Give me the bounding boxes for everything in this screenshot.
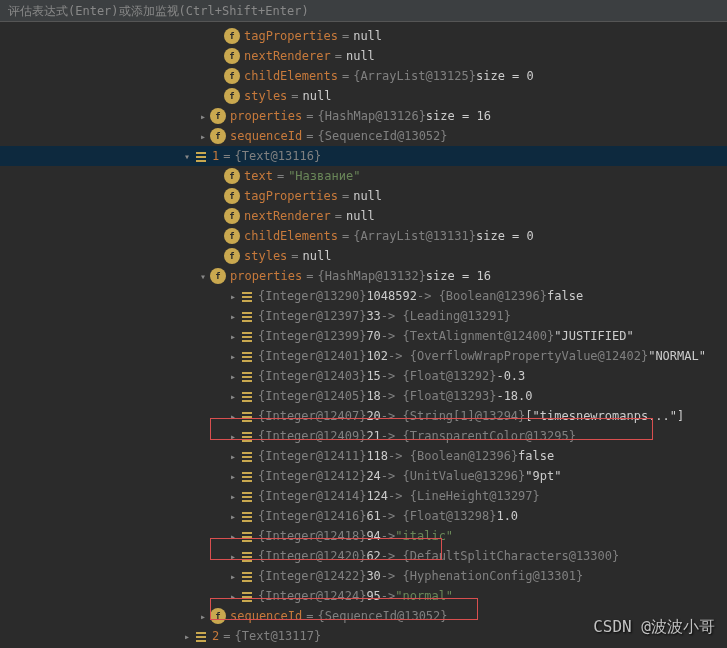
variable-name: childElements	[244, 229, 338, 243]
variable-name: 2	[212, 629, 219, 643]
tree-row[interactable]: {Integer@12424} 95 -> "normal"	[0, 586, 727, 606]
tree-row[interactable]: {Integer@12397} 33 -> {Leading@13291}	[0, 306, 727, 326]
evaluate-hint: 评估表达式(Enter)或添加监视(Ctrl+Shift+Enter)	[8, 4, 309, 18]
variable-value: 61	[366, 509, 380, 523]
chevron-right-icon[interactable]	[226, 351, 240, 362]
variable-name: styles	[244, 89, 287, 103]
value-icon	[240, 509, 254, 523]
value-icon	[240, 329, 254, 343]
variable-value: {Text@13117}	[234, 629, 321, 643]
value-icon	[240, 489, 254, 503]
tree-row[interactable]: {Integer@12418} 94 -> "italic"	[0, 526, 727, 546]
chevron-right-icon[interactable]	[226, 431, 240, 442]
variable-value: null	[346, 49, 375, 63]
tree-row[interactable]: ftagProperties=null	[0, 186, 727, 206]
variable-name: {Integer@12411}	[258, 449, 366, 463]
tree-row[interactable]: {Integer@12399} 70 -> {TextAlignment@124…	[0, 326, 727, 346]
tree-row[interactable]: {Integer@12407} 20 -> {String[1]@13294} …	[0, 406, 727, 426]
chevron-right-icon[interactable]	[226, 491, 240, 502]
tree-row[interactable]: fstyles=null	[0, 246, 727, 266]
variable-value: 95	[366, 589, 380, 603]
variable-name: {Integer@12418}	[258, 529, 366, 543]
tree-row[interactable]: {Integer@12403} 15 -> {Float@13292} -0.3	[0, 366, 727, 386]
tree-row[interactable]: {Integer@13290} 1048592 -> {Boolean@1239…	[0, 286, 727, 306]
tree-row[interactable]: {Integer@12401} 102 -> {OverflowWrapProp…	[0, 346, 727, 366]
evaluate-expression-bar[interactable]: 评估表达式(Enter)或添加监视(Ctrl+Shift+Enter)	[0, 0, 727, 22]
value-icon	[240, 469, 254, 483]
tree-row[interactable]: fproperties={HashMap@13132} size = 16	[0, 266, 727, 286]
tree-row[interactable]: fnextRenderer=null	[0, 46, 727, 66]
variable-value: ["timesnewromanps..."]	[525, 409, 684, 423]
variable-value: -> {LineHeight@13297}	[388, 489, 540, 503]
variable-name: {Integer@12405}	[258, 389, 366, 403]
variable-value: {SequenceId@13052}	[317, 609, 447, 623]
variable-name: 1	[212, 149, 219, 163]
chevron-right-icon[interactable]	[180, 631, 194, 642]
variable-value: -18.0	[496, 389, 532, 403]
chevron-right-icon[interactable]	[196, 611, 210, 622]
tree-row[interactable]: fproperties={HashMap@13126} size = 16	[0, 106, 727, 126]
tree-row[interactable]: fsequenceId={SequenceId@13052}	[0, 126, 727, 146]
variable-name: tagProperties	[244, 189, 338, 203]
tree-row[interactable]: {Integer@12405} 18 -> {Float@13293} -18.…	[0, 386, 727, 406]
tree-row[interactable]: {Integer@12409} 21 -> {TransparentColor@…	[0, 426, 727, 446]
field-icon: f	[224, 48, 240, 64]
chevron-right-icon[interactable]	[226, 591, 240, 602]
variable-name: sequenceId	[230, 129, 302, 143]
variable-name: styles	[244, 249, 287, 263]
tree-row[interactable]: fchildElements={ArrayList@13125} size = …	[0, 66, 727, 86]
chevron-right-icon[interactable]	[226, 391, 240, 402]
chevron-down-icon[interactable]	[196, 271, 210, 282]
tree-row[interactable]: 1={Text@13116}	[0, 146, 727, 166]
chevron-right-icon[interactable]	[226, 371, 240, 382]
variable-value: size = 16	[426, 269, 491, 283]
debugger-variables-tree[interactable]: ftagProperties=nullfnextRenderer=nullfch…	[0, 22, 727, 648]
variable-name: {Integer@13290}	[258, 289, 366, 303]
tree-row[interactable]: {Integer@12411} 118 -> {Boolean@12396} f…	[0, 446, 727, 466]
tree-row[interactable]: fchildElements={ArrayList@13131} size = …	[0, 226, 727, 246]
tree-row[interactable]: fstyles=null	[0, 86, 727, 106]
chevron-right-icon[interactable]	[226, 511, 240, 522]
value-icon	[240, 529, 254, 543]
chevron-right-icon[interactable]	[226, 411, 240, 422]
chevron-right-icon[interactable]	[226, 311, 240, 322]
value-icon	[240, 589, 254, 603]
variable-name: {Integer@12409}	[258, 429, 366, 443]
tree-row[interactable]: {Integer@12412} 24 -> {UnitValue@13296} …	[0, 466, 727, 486]
variable-value: size = 0	[476, 229, 534, 243]
tree-row[interactable]: fnextRenderer=null	[0, 206, 727, 226]
chevron-right-icon[interactable]	[196, 131, 210, 142]
tree-row[interactable]: {Integer@12420} 62 -> {DefaultSplitChara…	[0, 546, 727, 566]
chevron-right-icon[interactable]	[226, 451, 240, 462]
value-icon	[240, 449, 254, 463]
variable-value: 94	[366, 529, 380, 543]
tree-row[interactable]: ftagProperties=null	[0, 26, 727, 46]
variable-value: null	[303, 249, 332, 263]
tree-row[interactable]: fsequenceId={SequenceId@13052}	[0, 606, 727, 626]
variable-value: {ArrayList@13131}	[353, 229, 476, 243]
chevron-down-icon[interactable]	[180, 151, 194, 162]
field-icon: f	[224, 28, 240, 44]
chevron-right-icon[interactable]	[226, 331, 240, 342]
tree-row[interactable]: {Integer@12416} 61 -> {Float@13298} 1.0	[0, 506, 727, 526]
chevron-right-icon[interactable]	[196, 111, 210, 122]
tree-row[interactable]: 2={Text@13117}	[0, 626, 727, 646]
variable-value: "italic"	[395, 529, 453, 543]
value-icon	[194, 149, 208, 163]
tree-row[interactable]: ftext="Название"	[0, 166, 727, 186]
field-icon: f	[224, 188, 240, 204]
variable-value: -> {Float@13292}	[381, 369, 497, 383]
tree-row[interactable]: {Integer@12414} 124 -> {LineHeight@13297…	[0, 486, 727, 506]
chevron-right-icon[interactable]	[226, 291, 240, 302]
chevron-right-icon[interactable]	[226, 531, 240, 542]
variable-name: {Integer@12424}	[258, 589, 366, 603]
variable-value: null	[346, 209, 375, 223]
chevron-right-icon[interactable]	[226, 551, 240, 562]
tree-row[interactable]: {Integer@12422} 30 -> {HyphenationConfig…	[0, 566, 727, 586]
variable-value: -> {Float@13298}	[381, 509, 497, 523]
variable-value: 124	[366, 489, 388, 503]
variable-value: -> {DefaultSplitCharacters@13300}	[381, 549, 619, 563]
chevron-right-icon[interactable]	[226, 571, 240, 582]
chevron-right-icon[interactable]	[226, 471, 240, 482]
variable-name: {Integer@12399}	[258, 329, 366, 343]
